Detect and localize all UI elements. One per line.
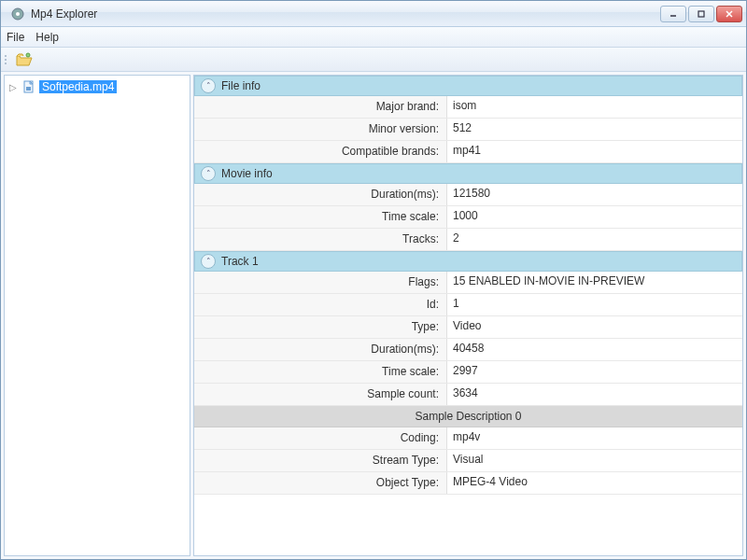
close-button[interactable] (716, 6, 742, 22)
property-value[interactable]: Video (446, 316, 742, 338)
property-value[interactable]: isom (446, 96, 742, 118)
app-window: Mp4 Explorer File Help ▷ (0, 0, 747, 560)
property-value[interactable]: mp4v (446, 427, 742, 449)
property-key: Tracks: (194, 229, 446, 250)
svg-point-1 (16, 12, 20, 16)
expand-arrow-icon[interactable]: ▷ (9, 82, 19, 92)
section-file-info[interactable]: ˄ File info (194, 76, 742, 96)
property-key: Time scale: (194, 206, 446, 228)
property-value[interactable]: 1 (446, 294, 742, 315)
property-value[interactable]: 40458 (446, 339, 742, 360)
section-track-1[interactable]: ˄ Track 1 (194, 251, 742, 272)
section-title: Movie info (221, 167, 273, 180)
property-key: Duration(ms): (194, 184, 446, 205)
property-row: Sample count:3634 (194, 384, 742, 406)
detail-scroll[interactable]: ˄ File info Major brand:isom Minor versi… (194, 76, 742, 555)
property-row: Tracks:2 (194, 229, 742, 251)
section-title: Track 1 (221, 255, 259, 268)
property-value[interactable]: 2 (446, 229, 742, 250)
window-title: Mp4 Explorer (31, 7, 660, 21)
section-title: File info (221, 79, 261, 92)
menu-help[interactable]: Help (35, 31, 59, 44)
folder-open-icon (16, 52, 33, 67)
minimize-button[interactable] (660, 6, 686, 22)
chevron-up-icon[interactable]: ˄ (201, 254, 216, 269)
property-value[interactable]: 1000 (446, 206, 742, 228)
property-key: Type: (194, 316, 446, 338)
property-key: Minor version: (194, 119, 446, 140)
section-movie-info[interactable]: ˄ Movie info (194, 163, 742, 184)
svg-rect-3 (698, 11, 704, 17)
property-row: Flags:15 ENABLED IN-MOVIE IN-PREVIEW (194, 272, 742, 294)
chevron-up-icon[interactable]: ˄ (201, 78, 216, 93)
sample-description-header: Sample Description 0 (194, 406, 742, 427)
property-value[interactable]: MPEG-4 Video (446, 472, 742, 494)
property-key: Sample count: (194, 384, 446, 405)
property-key: Stream Type: (194, 450, 446, 471)
property-value[interactable]: 3634 (446, 384, 742, 405)
detail-pane: ˄ File info Major brand:isom Minor versi… (193, 75, 743, 556)
property-row: Compatible brands:mp41 (194, 141, 742, 163)
property-row: Coding:mp4v (194, 427, 742, 450)
tree-item-label: Softpedia.mp4 (39, 80, 117, 93)
property-row: Duration(ms):121580 (194, 184, 742, 206)
toolbar-grip (5, 55, 10, 64)
property-row: Time scale:2997 (194, 361, 742, 384)
property-key: Time scale: (194, 361, 446, 383)
toolbar (1, 48, 746, 72)
property-value[interactable]: 2997 (446, 361, 742, 383)
property-key: Id: (194, 294, 446, 315)
chevron-up-icon[interactable]: ˄ (201, 166, 216, 181)
maximize-button[interactable] (688, 6, 714, 22)
tree-pane[interactable]: ▷ Softpedia.mp4 (4, 75, 190, 556)
property-value[interactable]: mp41 (446, 141, 742, 162)
window-controls (660, 6, 742, 22)
property-key: Flags: (194, 272, 446, 293)
property-row: Id:1 (194, 294, 742, 316)
property-row: Time scale:1000 (194, 206, 742, 229)
property-row: Object Type:MPEG-4 Video (194, 472, 742, 495)
svg-point-6 (26, 53, 30, 57)
property-value[interactable]: 15 ENABLED IN-MOVIE IN-PREVIEW (446, 272, 742, 293)
tree-item[interactable]: ▷ Softpedia.mp4 (7, 79, 188, 94)
property-value[interactable]: Visual (446, 450, 742, 471)
property-key: Coding: (194, 427, 446, 449)
app-icon (10, 7, 25, 21)
property-row: Minor version:512 (194, 119, 742, 141)
menu-file[interactable]: File (7, 31, 24, 44)
open-file-button[interactable] (14, 49, 35, 70)
property-key: Object Type: (194, 472, 446, 494)
file-icon (22, 80, 35, 93)
titlebar[interactable]: Mp4 Explorer (1, 1, 746, 27)
property-key: Major brand: (194, 96, 446, 118)
content-area: ▷ Softpedia.mp4 ˄ File info Major brand:… (1, 72, 746, 559)
svg-rect-8 (26, 87, 31, 91)
property-row: Stream Type:Visual (194, 450, 742, 472)
property-key: Compatible brands: (194, 141, 446, 162)
property-key: Duration(ms): (194, 339, 446, 360)
property-row: Type:Video (194, 316, 742, 339)
property-row: Duration(ms):40458 (194, 339, 742, 361)
menubar: File Help (1, 27, 746, 48)
property-value[interactable]: 121580 (446, 184, 742, 205)
property-row: Major brand:isom (194, 96, 742, 119)
property-value[interactable]: 512 (446, 119, 742, 140)
